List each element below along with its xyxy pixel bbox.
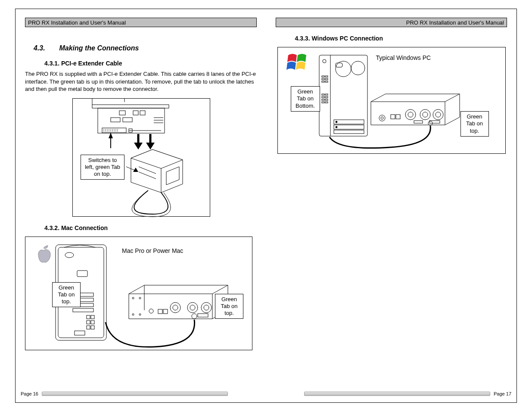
figure-433-callout-right: Green Tab on top. bbox=[460, 111, 489, 137]
section-number: 4.3. bbox=[34, 44, 57, 52]
svg-rect-50 bbox=[87, 326, 90, 329]
svg-rect-4 bbox=[119, 111, 125, 115]
svg-point-64 bbox=[204, 305, 209, 310]
svg-point-60 bbox=[173, 305, 178, 310]
page-number: Page 17 bbox=[494, 391, 511, 396]
svg-rect-86 bbox=[322, 99, 324, 100]
svg-point-68 bbox=[132, 297, 134, 299]
subsection-432-title: 4.3.2. Mac Connection bbox=[44, 224, 257, 231]
svg-marker-29 bbox=[146, 143, 155, 149]
svg-point-111 bbox=[436, 112, 441, 117]
svg-point-97 bbox=[336, 126, 337, 128]
section-name: Making the Connections bbox=[59, 44, 139, 52]
svg-rect-85 bbox=[325, 97, 328, 98]
subsection-433-title: 4.3.3. Windows PC Connection bbox=[295, 35, 507, 42]
page-footer-left: Page 16 bbox=[21, 391, 231, 396]
svg-marker-53 bbox=[129, 285, 228, 319]
svg-point-70 bbox=[132, 314, 134, 315]
svg-point-69 bbox=[139, 297, 141, 299]
page-number: Page 16 bbox=[21, 391, 38, 396]
svg-marker-25 bbox=[109, 133, 113, 138]
svg-point-71 bbox=[139, 314, 141, 315]
svg-rect-78 bbox=[322, 78, 324, 80]
figure-433-callout-left: Green Tab on Bottom. bbox=[291, 86, 320, 112]
svg-point-58 bbox=[149, 309, 153, 313]
footer-ornament-icon bbox=[42, 392, 228, 396]
svg-rect-45 bbox=[73, 308, 93, 312]
figure-433: Typical Windows PC Green Tab on Bottom. … bbox=[277, 47, 506, 154]
figure-432-label: Mac Pro or Power Mac bbox=[122, 247, 183, 254]
page-footer-right: Page 17 bbox=[301, 391, 511, 396]
svg-rect-79 bbox=[325, 78, 328, 80]
svg-point-75 bbox=[323, 59, 326, 63]
document-spread: PRO RX Installation and User's Manual 4.… bbox=[15, 9, 517, 403]
svg-rect-49 bbox=[91, 321, 94, 324]
svg-rect-7 bbox=[111, 118, 120, 122]
svg-rect-76 bbox=[322, 76, 324, 77]
svg-rect-2 bbox=[92, 105, 169, 108]
section-title: 4.3. Making the Connections bbox=[34, 44, 257, 52]
svg-rect-41 bbox=[77, 271, 87, 277]
figure-432: Mac Pro or Power Mac Green Tab on top. G… bbox=[25, 237, 252, 350]
svg-point-103 bbox=[381, 117, 383, 119]
svg-rect-82 bbox=[322, 94, 324, 95]
subsection-431-body: The PRO RX is supplied with a PCI-e Exte… bbox=[25, 70, 257, 93]
figure-432-callout-left: Green Tab on top. bbox=[52, 282, 81, 308]
svg-rect-6 bbox=[140, 111, 145, 115]
svg-point-90 bbox=[336, 61, 351, 77]
svg-point-109 bbox=[423, 112, 428, 117]
svg-point-62 bbox=[190, 305, 195, 310]
svg-rect-83 bbox=[325, 94, 328, 95]
page-17: PRO RX Installation and User's Manual 4.… bbox=[266, 9, 517, 402]
svg-rect-51 bbox=[91, 326, 94, 329]
svg-rect-5 bbox=[133, 111, 138, 115]
svg-rect-94 bbox=[334, 125, 364, 129]
svg-point-96 bbox=[336, 121, 337, 123]
svg-rect-77 bbox=[325, 76, 328, 77]
footer-ornament-icon bbox=[304, 392, 490, 396]
svg-rect-95 bbox=[334, 130, 364, 134]
page-16: PRO RX Installation and User's Manual 4.… bbox=[16, 9, 266, 402]
svg-point-40 bbox=[65, 252, 74, 258]
figure-433-label: Typical Windows PC bbox=[376, 54, 431, 61]
svg-rect-93 bbox=[334, 120, 364, 124]
svg-marker-27 bbox=[134, 143, 143, 149]
svg-point-91 bbox=[351, 61, 365, 75]
page-header: PRO RX Installation and User's Manual bbox=[25, 18, 257, 27]
svg-rect-47 bbox=[91, 315, 94, 319]
svg-rect-80 bbox=[322, 81, 324, 82]
svg-rect-88 bbox=[322, 102, 324, 103]
svg-rect-52 bbox=[75, 331, 85, 335]
figure-432-callout-right: Green Tab on top. bbox=[215, 294, 243, 319]
svg-rect-81 bbox=[325, 81, 328, 82]
svg-rect-8 bbox=[123, 118, 132, 122]
svg-rect-89 bbox=[325, 102, 328, 103]
page-header: PRO RX Installation and User's Manual bbox=[276, 18, 507, 27]
subsection-431-title: 4.3.1. PCI-e Extender Cable bbox=[44, 60, 257, 67]
svg-rect-46 bbox=[87, 315, 90, 319]
svg-rect-84 bbox=[322, 97, 324, 98]
svg-rect-87 bbox=[325, 99, 328, 100]
svg-point-107 bbox=[408, 112, 413, 117]
svg-rect-48 bbox=[87, 321, 90, 324]
figure-431: Switches to left, green Tab on top. bbox=[72, 98, 210, 217]
figure-431-callout: Switches to left, green Tab on top. bbox=[81, 155, 124, 180]
